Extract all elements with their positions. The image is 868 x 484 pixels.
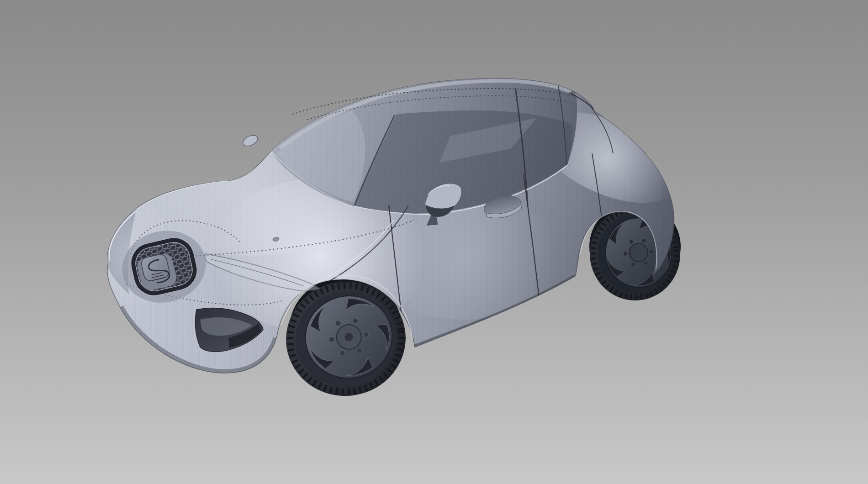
3d-viewport-canvas[interactable] <box>0 0 868 484</box>
cad-viewport-window <box>0 0 868 484</box>
